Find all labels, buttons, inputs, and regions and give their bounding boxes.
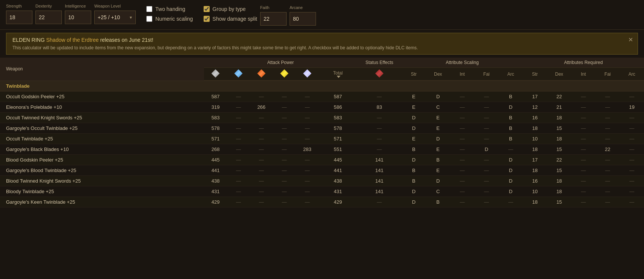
required-value-3: — xyxy=(595,91,619,102)
strength-input[interactable] xyxy=(6,11,32,24)
ap-phys-header xyxy=(204,68,227,81)
total-value: 571 xyxy=(319,134,357,144)
group-by-type-checkbox[interactable] xyxy=(204,6,210,12)
scaling-value-4: D xyxy=(498,165,523,176)
attributes-required-header: Attributes Required xyxy=(523,58,644,68)
scaling-value-2: — xyxy=(450,113,474,123)
weapon-level-select[interactable]: +25 / +10 +24 / +9 +20 / +8 +15 / +6 xyxy=(94,11,136,24)
weapon-level-wrapper: +25 / +10 +24 / +9 +20 / +8 +15 / +6 xyxy=(94,11,136,24)
banner-close-button[interactable]: ✕ xyxy=(628,36,633,43)
weapon-name[interactable]: Bloody Twinblade +25 xyxy=(0,186,204,197)
table-row[interactable]: Blood Godskin Peeler +25445————445141DB—… xyxy=(0,155,644,165)
arcane-container: Arcane xyxy=(290,5,316,26)
weapon-name[interactable]: Gargoyle's Black Blades +10 xyxy=(0,144,204,155)
dash-icon: — xyxy=(629,178,634,184)
weapon-name[interactable]: Gargoyle's Blood Twinblade +25 xyxy=(0,165,204,176)
table-row[interactable]: Eleonora's Poleblade +10319—266——58683EC… xyxy=(0,102,644,113)
table-row[interactable]: Occult Twinblade +25571————571—ED——B1018… xyxy=(0,134,644,144)
dash-icon: — xyxy=(605,104,610,110)
dash-icon: — xyxy=(282,189,287,194)
ap-value-2: — xyxy=(250,91,273,102)
arcane-label: Arcane xyxy=(290,5,316,10)
dexterity-input[interactable] xyxy=(35,11,62,24)
scaling-value-1: E xyxy=(426,165,450,176)
show-damage-split-checkbox[interactable] xyxy=(204,16,210,22)
required-value-1: 15 xyxy=(547,165,571,176)
table-row[interactable]: Occult Godskin Peeler +25587————587—ED——… xyxy=(0,91,644,102)
ap-value-0: 319 xyxy=(204,102,227,113)
scaling-value-1: D xyxy=(426,134,450,144)
weapon-name[interactable]: Gargoyle's Occult Twinblade +25 xyxy=(0,123,204,134)
intelligence-input[interactable] xyxy=(65,11,91,24)
required-value-4: — xyxy=(620,197,644,207)
dash-icon: — xyxy=(484,157,489,163)
required-value-3: — xyxy=(595,197,619,207)
dash-icon: — xyxy=(460,157,465,163)
required-value-1: 18 xyxy=(547,176,571,186)
dash-icon: — xyxy=(629,94,634,99)
group-by-type-label[interactable]: Group by type xyxy=(213,6,246,12)
weapon-name[interactable]: Blood Godskin Peeler +25 xyxy=(0,155,204,165)
table-row[interactable]: Bloody Twinblade +25431————431141DC——D10… xyxy=(0,186,644,197)
table-row[interactable]: Gargoyle's Blood Twinblade +25441————441… xyxy=(0,165,644,176)
dash-icon: — xyxy=(581,125,586,131)
total-value: 583 xyxy=(319,113,357,123)
ap-value-1: — xyxy=(227,144,250,155)
weapon-name[interactable]: Eleonora's Poleblade +10 xyxy=(0,102,204,113)
dash-icon: — xyxy=(581,189,586,194)
ap-value-1: — xyxy=(227,91,250,102)
two-handing-checkbox[interactable] xyxy=(146,6,152,12)
lightning-icon xyxy=(280,69,288,78)
dash-icon: — xyxy=(460,136,465,142)
weapon-name[interactable]: Occult Twinblade +25 xyxy=(0,134,204,144)
dash-icon: — xyxy=(305,94,310,99)
scaling-value-2: — xyxy=(450,123,474,134)
total-value: 587 xyxy=(319,91,357,102)
numeric-scaling-label[interactable]: Numeric scaling xyxy=(155,16,193,22)
total-sort-icon[interactable] xyxy=(337,76,340,78)
weapon-name[interactable]: Blood Twinned Knight Swords +25 xyxy=(0,176,204,186)
required-value-2: — xyxy=(571,144,595,155)
table-row[interactable]: Occult Twinned Knight Swords +25583————5… xyxy=(0,113,644,123)
scaling-value-4: D xyxy=(498,176,523,186)
two-handing-label[interactable]: Two handing xyxy=(155,6,185,12)
scaling-value-4: D xyxy=(498,155,523,165)
banner-title-highlight: Shadow of the Erdtree xyxy=(46,37,98,43)
table-row[interactable]: Gargoyle's Keen Twinblade +25429————429—… xyxy=(0,197,644,207)
required-value-3: — xyxy=(595,102,619,113)
table-row[interactable]: Gargoyle's Occult Twinblade +25578————57… xyxy=(0,123,644,134)
scaling-value-4: D xyxy=(498,102,523,113)
dash-icon: — xyxy=(581,168,586,173)
weapon-name[interactable]: Gargoyle's Keen Twinblade +25 xyxy=(0,197,204,207)
dash-icon: — xyxy=(581,104,586,110)
dash-icon: — xyxy=(484,178,489,184)
ap-value-3: — xyxy=(273,91,296,102)
dash-icon: — xyxy=(259,157,264,163)
numeric-scaling-checkbox[interactable] xyxy=(146,16,152,22)
dash-icon: — xyxy=(484,199,489,205)
intelligence-container: Intelligence xyxy=(65,4,91,24)
faith-input[interactable] xyxy=(260,12,287,26)
ap-value-1: — xyxy=(227,197,250,207)
scaling-value-1: E xyxy=(426,123,450,134)
show-damage-split-label[interactable]: Show damage split xyxy=(213,16,257,22)
scaling-value-0: D xyxy=(402,197,426,207)
arcane-input[interactable] xyxy=(290,12,316,26)
required-value-0: 12 xyxy=(523,102,547,113)
scaling-value-1: C xyxy=(426,186,450,197)
ap-value-4: — xyxy=(296,123,319,134)
dash-icon: — xyxy=(629,189,634,194)
scaling-value-3: — xyxy=(474,176,498,186)
dash-icon: — xyxy=(282,168,287,173)
dash-icon: — xyxy=(460,146,465,152)
dash-icon: — xyxy=(605,115,610,120)
table-row[interactable]: Blood Twinned Knight Swords +25438————43… xyxy=(0,176,644,186)
scaling-value-0: E xyxy=(402,91,426,102)
weapon-name[interactable]: Occult Twinned Knight Swords +25 xyxy=(0,113,204,123)
scaling-value-0: D xyxy=(402,155,426,165)
required-value-0: 18 xyxy=(523,123,547,134)
table-row[interactable]: Gargoyle's Black Blades +10268———283551—… xyxy=(0,144,644,155)
ap-value-2: — xyxy=(250,113,273,123)
total-value: 429 xyxy=(319,197,357,207)
weapon-name[interactable]: Occult Godskin Peeler +25 xyxy=(0,91,204,102)
